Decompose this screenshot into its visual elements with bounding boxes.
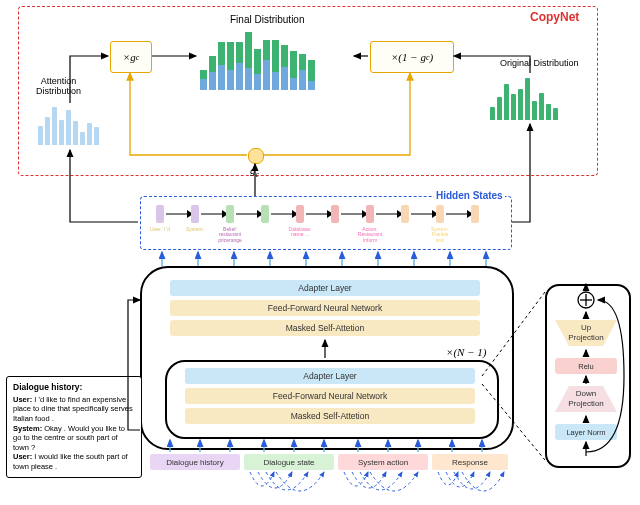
layer-outer-attn: Masked Self-Attetion [170,320,480,336]
chart-original-distribution [490,75,580,120]
chart-bar [532,101,537,120]
chart-stacked-bar [209,56,216,90]
chart-bar-segment [218,42,225,65]
hidden-token [471,205,479,223]
hidden-token-label: System: [182,227,208,232]
dialogue-history-title: Dialogue history: [13,382,135,393]
svg-text:Projection: Projection [568,333,604,342]
layer-inner-attn: Masked Self-Attetion [185,408,475,424]
chart-bar [38,126,43,145]
hidden-token [156,205,164,223]
chart-bar-segment [236,42,243,63]
hidden-token-label: Action: Restaurant Inform [357,227,383,243]
gc-label: gc [250,164,259,179]
chart-bar [94,127,99,145]
chart-bar-segment [200,70,207,79]
chart-attention-distribution [38,105,106,145]
chart-bar-segment [245,32,252,68]
svg-text:Up: Up [581,323,592,332]
label-final-distribution: Final Distribution [230,14,304,25]
chart-bar [518,89,523,120]
chart-bar-segment [281,67,288,90]
segment-dialogue-history: Dialogue history [150,454,240,470]
hidden-token-label: Database: name ... [287,227,313,238]
dialogue-u2-role: User: [13,452,32,461]
adapter-layernorm: Layer Norm [555,424,617,440]
chart-bar-segment [263,60,270,90]
hidden-token [436,205,444,223]
chart-bar [52,107,57,145]
chart-stacked-bar [200,70,207,90]
chart-bar [504,84,509,120]
chart-bar-segment [272,40,279,72]
hidden-token-arrow [376,205,403,223]
chart-bar-segment [245,68,252,90]
svg-text:Projection: Projection [568,399,604,408]
chart-stacked-bar [236,42,243,90]
hidden-token-arrow [411,205,438,223]
hidden-token-arrow [341,205,368,223]
label-attention-distribution: Attention Distribution [36,76,81,96]
chart-bar-segment [308,81,315,90]
hidden-token-arrow [166,205,193,223]
chart-bar-segment [200,79,207,90]
adapter-up-projection: Up Projection [553,318,619,348]
hidden-token-arrow [306,205,333,223]
chart-bar [66,110,71,145]
multiplier-gc: ×gc [110,41,152,73]
chart-bar [511,94,516,120]
dialogue-history-panel: Dialogue history: User: I 'd like to fin… [6,376,142,478]
copynet-title: CopyNet [530,10,579,24]
dialogue-turn-1: User: I 'd like to find an expensive pla… [13,395,135,424]
chart-bar [490,107,495,120]
chart-stacked-bar [308,60,315,90]
chart-bar-segment [263,40,270,60]
hidden-states-title: Hidden States [434,190,505,201]
hidden-token [191,205,199,223]
segment-dialogue-state: Dialogue state [244,454,334,470]
chart-bar-segment [209,56,216,72]
layer-inner-adapter: Adapter Layer [185,368,475,384]
dialogue-u1-role: User: [13,395,32,404]
chart-stacked-bar [254,49,261,90]
hidden-token [296,205,304,223]
label-original-distribution: Original Distribution [500,58,579,68]
adapter-relu: Relu [555,358,617,374]
chart-bar-segment [254,74,261,90]
chart-bar [80,132,85,145]
dialogue-turn-3: User: I would like the south part of tow… [13,452,135,471]
hidden-token-arrow [201,205,228,223]
chart-bar-segment [299,54,306,70]
chart-bar-segment [227,42,234,71]
hidden-token-label: User: I 'd [147,227,173,232]
adapter-detail-panel [545,284,631,468]
dialogue-s1-role: System: [13,424,42,433]
chart-bar [497,97,502,120]
repeat-label: ×(N − 1) [446,346,487,358]
adapter-plus-node [576,290,596,310]
chart-bar [553,108,558,120]
chart-bar-segment [281,45,288,66]
layer-inner-ffn: Feed-Forward Neural Network [185,388,475,404]
hidden-token [226,205,234,223]
chart-bar [525,78,530,120]
chart-stacked-bar [218,42,225,90]
chart-stacked-bar [227,42,234,90]
chart-stacked-bar [290,51,297,90]
multiplier-gc-sub: c [136,53,140,62]
chart-bar-segment [290,51,297,78]
chart-bar-segment [254,49,261,74]
hidden-token-arrow [446,205,473,223]
chart-stacked-bar [245,32,252,90]
hidden-token-label: System: Frankie and [427,227,453,243]
hidden-token [401,205,409,223]
gc-node [248,148,264,164]
chart-bar-segment [218,65,225,90]
hidden-token-arrow [271,205,298,223]
svg-text:Down: Down [576,389,596,398]
hidden-token-label: Belief: restaurant pricerange [217,227,243,243]
hidden-tokens-row: User: I 'dSystem:Belief: restaurant pric… [150,203,500,243]
gc-label-sub: c [256,170,260,179]
multiplier-gc-text: ×g [123,51,136,63]
multiplier-1mgc-tail: ) [429,51,433,63]
